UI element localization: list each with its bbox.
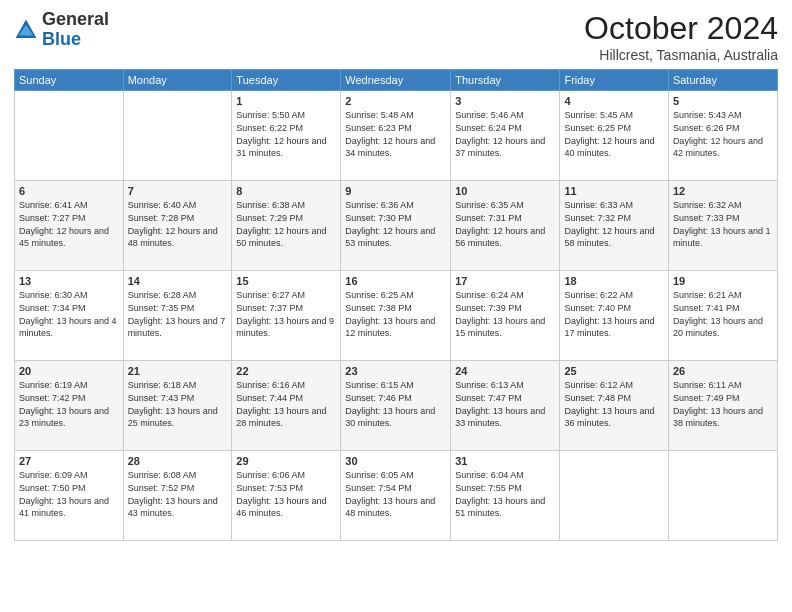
day-sunrise: Sunrise: 6:19 AM xyxy=(19,380,88,390)
table-row: 11Sunrise: 6:33 AMSunset: 7:32 PMDayligh… xyxy=(560,181,668,271)
day-daylight: Daylight: 13 hours and 30 minutes. xyxy=(345,406,435,429)
day-daylight: Daylight: 12 hours and 48 minutes. xyxy=(128,226,218,249)
day-number: 11 xyxy=(564,184,663,198)
day-sunrise: Sunrise: 6:38 AM xyxy=(236,200,305,210)
day-sunrise: Sunrise: 5:46 AM xyxy=(455,110,524,120)
day-sunrise: Sunrise: 6:30 AM xyxy=(19,290,88,300)
day-sunset: Sunset: 7:52 PM xyxy=(128,483,195,493)
calendar-week-row: 20Sunrise: 6:19 AMSunset: 7:42 PMDayligh… xyxy=(15,361,778,451)
day-number: 28 xyxy=(128,454,228,468)
day-number: 21 xyxy=(128,364,228,378)
day-number: 17 xyxy=(455,274,555,288)
table-row: 29Sunrise: 6:06 AMSunset: 7:53 PMDayligh… xyxy=(232,451,341,541)
day-number: 9 xyxy=(345,184,446,198)
day-sunrise: Sunrise: 6:32 AM xyxy=(673,200,742,210)
day-number: 10 xyxy=(455,184,555,198)
day-daylight: Daylight: 12 hours and 58 minutes. xyxy=(564,226,654,249)
day-sunset: Sunset: 6:23 PM xyxy=(345,123,412,133)
day-sunrise: Sunrise: 6:27 AM xyxy=(236,290,305,300)
day-sunset: Sunset: 7:33 PM xyxy=(673,213,740,223)
day-sunset: Sunset: 6:26 PM xyxy=(673,123,740,133)
day-sunset: Sunset: 7:31 PM xyxy=(455,213,522,223)
day-sunset: Sunset: 7:30 PM xyxy=(345,213,412,223)
table-row: 17Sunrise: 6:24 AMSunset: 7:39 PMDayligh… xyxy=(451,271,560,361)
table-row: 25Sunrise: 6:12 AMSunset: 7:48 PMDayligh… xyxy=(560,361,668,451)
logo-blue: Blue xyxy=(42,30,109,50)
day-sunrise: Sunrise: 6:04 AM xyxy=(455,470,524,480)
day-sunset: Sunset: 7:50 PM xyxy=(19,483,86,493)
day-number: 30 xyxy=(345,454,446,468)
day-daylight: Daylight: 12 hours and 50 minutes. xyxy=(236,226,326,249)
table-row: 19Sunrise: 6:21 AMSunset: 7:41 PMDayligh… xyxy=(668,271,777,361)
title-block: October 2024 Hillcrest, Tasmania, Austra… xyxy=(584,10,778,63)
day-daylight: Daylight: 13 hours and 36 minutes. xyxy=(564,406,654,429)
table-row: 3Sunrise: 5:46 AMSunset: 6:24 PMDaylight… xyxy=(451,91,560,181)
day-sunset: Sunset: 7:48 PM xyxy=(564,393,631,403)
day-number: 23 xyxy=(345,364,446,378)
table-row: 28Sunrise: 6:08 AMSunset: 7:52 PMDayligh… xyxy=(123,451,232,541)
day-daylight: Daylight: 12 hours and 40 minutes. xyxy=(564,136,654,159)
day-number: 22 xyxy=(236,364,336,378)
day-number: 7 xyxy=(128,184,228,198)
table-row: 24Sunrise: 6:13 AMSunset: 7:47 PMDayligh… xyxy=(451,361,560,451)
table-row: 31Sunrise: 6:04 AMSunset: 7:55 PMDayligh… xyxy=(451,451,560,541)
day-daylight: Daylight: 13 hours and 25 minutes. xyxy=(128,406,218,429)
day-sunrise: Sunrise: 6:24 AM xyxy=(455,290,524,300)
day-number: 8 xyxy=(236,184,336,198)
logo-icon xyxy=(14,18,38,42)
logo: General Blue xyxy=(14,10,109,50)
day-daylight: Daylight: 13 hours and 41 minutes. xyxy=(19,496,109,519)
day-sunrise: Sunrise: 6:15 AM xyxy=(345,380,414,390)
table-row: 23Sunrise: 6:15 AMSunset: 7:46 PMDayligh… xyxy=(341,361,451,451)
day-sunset: Sunset: 6:25 PM xyxy=(564,123,631,133)
day-sunset: Sunset: 7:39 PM xyxy=(455,303,522,313)
day-sunrise: Sunrise: 6:33 AM xyxy=(564,200,633,210)
day-sunset: Sunset: 7:32 PM xyxy=(564,213,631,223)
day-number: 1 xyxy=(236,94,336,108)
day-daylight: Daylight: 13 hours and 46 minutes. xyxy=(236,496,326,519)
location-subtitle: Hillcrest, Tasmania, Australia xyxy=(584,47,778,63)
day-sunrise: Sunrise: 6:40 AM xyxy=(128,200,197,210)
day-sunset: Sunset: 7:46 PM xyxy=(345,393,412,403)
day-sunrise: Sunrise: 6:35 AM xyxy=(455,200,524,210)
page-container: General Blue October 2024 Hillcrest, Tas… xyxy=(0,0,792,612)
day-sunrise: Sunrise: 6:09 AM xyxy=(19,470,88,480)
table-row: 26Sunrise: 6:11 AMSunset: 7:49 PMDayligh… xyxy=(668,361,777,451)
day-number: 27 xyxy=(19,454,119,468)
day-sunrise: Sunrise: 6:16 AM xyxy=(236,380,305,390)
table-row: 20Sunrise: 6:19 AMSunset: 7:42 PMDayligh… xyxy=(15,361,124,451)
day-sunrise: Sunrise: 6:08 AM xyxy=(128,470,197,480)
day-daylight: Daylight: 12 hours and 34 minutes. xyxy=(345,136,435,159)
table-row xyxy=(15,91,124,181)
day-daylight: Daylight: 13 hours and 17 minutes. xyxy=(564,316,654,339)
table-row: 14Sunrise: 6:28 AMSunset: 7:35 PMDayligh… xyxy=(123,271,232,361)
day-number: 14 xyxy=(128,274,228,288)
col-tuesday: Tuesday xyxy=(232,70,341,91)
day-daylight: Daylight: 12 hours and 56 minutes. xyxy=(455,226,545,249)
col-monday: Monday xyxy=(123,70,232,91)
day-daylight: Daylight: 12 hours and 31 minutes. xyxy=(236,136,326,159)
day-daylight: Daylight: 13 hours and 12 minutes. xyxy=(345,316,435,339)
table-row xyxy=(123,91,232,181)
col-sunday: Sunday xyxy=(15,70,124,91)
col-saturday: Saturday xyxy=(668,70,777,91)
table-row xyxy=(560,451,668,541)
day-number: 31 xyxy=(455,454,555,468)
day-sunrise: Sunrise: 6:22 AM xyxy=(564,290,633,300)
day-number: 18 xyxy=(564,274,663,288)
table-row: 12Sunrise: 6:32 AMSunset: 7:33 PMDayligh… xyxy=(668,181,777,271)
day-number: 15 xyxy=(236,274,336,288)
day-number: 16 xyxy=(345,274,446,288)
day-daylight: Daylight: 13 hours and 4 minutes. xyxy=(19,316,117,339)
table-row: 1Sunrise: 5:50 AMSunset: 6:22 PMDaylight… xyxy=(232,91,341,181)
day-daylight: Daylight: 13 hours and 38 minutes. xyxy=(673,406,763,429)
day-sunrise: Sunrise: 6:25 AM xyxy=(345,290,414,300)
table-row: 7Sunrise: 6:40 AMSunset: 7:28 PMDaylight… xyxy=(123,181,232,271)
day-number: 3 xyxy=(455,94,555,108)
day-daylight: Daylight: 13 hours and 7 minutes. xyxy=(128,316,226,339)
day-number: 20 xyxy=(19,364,119,378)
day-sunset: Sunset: 7:37 PM xyxy=(236,303,303,313)
day-sunset: Sunset: 7:47 PM xyxy=(455,393,522,403)
day-sunset: Sunset: 6:22 PM xyxy=(236,123,303,133)
day-daylight: Daylight: 12 hours and 42 minutes. xyxy=(673,136,763,159)
